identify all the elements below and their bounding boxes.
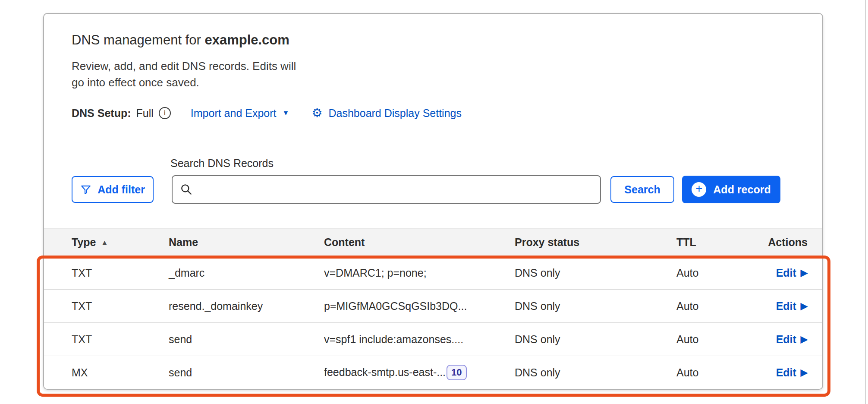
toolbar: Add filter Search + Add record [72,175,795,204]
content-text: feedback-smtp.us-east-... [324,366,446,379]
search-section: Search DNS Records Add filter Search + A… [44,157,822,204]
cell-ttl: Auto [676,300,759,312]
column-header-proxy-status[interactable]: Proxy status [515,236,676,249]
arrow-right-icon: ▶ [801,268,808,278]
column-header-name[interactable]: Name [169,236,324,249]
add-record-button[interactable]: + Add record [682,176,780,203]
cell-name: send [169,366,324,379]
content-text: p=MIGfMA0GCSqGSIb3DQ... [324,300,467,312]
type-header-label: Type [72,236,96,249]
dns-setup-label: DNS Setup: [72,107,131,120]
dashboard-display-settings-link[interactable]: ⚙Dashboard Display Settings [311,107,462,120]
edit-label: Edit [776,267,796,279]
column-header-type[interactable]: Type ▲ [72,236,169,249]
cell-type: MX [72,366,169,379]
cell-type: TXT [72,333,169,346]
page-right-edge [865,0,866,404]
dns-setup-value: Full [136,107,154,120]
filter-icon [80,184,91,195]
table-row: MX send feedback-smtp.us-east-...10 DNS … [44,356,822,389]
cell-proxy-status: DNS only [515,300,676,312]
edit-label: Edit [776,333,796,346]
column-header-actions: Actions [759,236,808,249]
arrow-right-icon: ▶ [801,334,808,344]
cell-content: feedback-smtp.us-east-...10 [324,365,515,380]
edit-record-link[interactable]: Edit▶ [776,366,808,379]
page-title-domain: example.com [204,32,289,47]
page-subtitle: Review, add, and edit DNS records. Edits… [72,58,795,91]
cell-content: p=MIGfMA0GCSqGSIb3DQ... [324,300,515,312]
cell-name: _dmarc [169,267,324,279]
dns-setup-row: DNS Setup: Full i Import and Export▼ ⚙Da… [72,105,795,121]
table-header-row: Type ▲ Name Content Proxy status TTL Act… [44,228,822,256]
import-export-label: Import and Export [191,107,277,120]
content-text: v=spf1 include:amazonses.... [324,333,463,346]
table-row: TXT send v=spf1 include:amazonses.... DN… [44,322,822,356]
search-input[interactable] [172,175,601,204]
page-title: DNS management for example.com [72,32,795,48]
search-field-wrapper [172,175,601,204]
content-text: v=DMARC1; p=none; [324,267,427,279]
mx-priority-badge: 10 [447,365,466,380]
edit-label: Edit [776,366,796,379]
cell-type: TXT [72,267,169,279]
dns-records-table: Type ▲ Name Content Proxy status TTL Act… [44,228,822,389]
add-record-label: Add record [713,183,771,196]
cell-ttl: Auto [676,366,759,379]
cell-proxy-status: DNS only [515,267,676,279]
dns-management-card: DNS management for example.com Review, a… [43,13,823,390]
page-title-prefix: DNS management for [72,32,204,47]
arrow-right-icon: ▶ [801,367,808,378]
table-row: TXT _dmarc v=DMARC1; p=none; DNS only Au… [44,256,822,289]
cell-content: v=DMARC1; p=none; [324,267,515,279]
add-filter-label: Add filter [97,183,145,196]
info-icon[interactable]: i [159,107,171,119]
cell-proxy-status: DNS only [515,366,676,379]
edit-record-link[interactable]: Edit▶ [776,333,808,346]
column-header-ttl[interactable]: TTL [676,236,759,249]
edit-label: Edit [776,300,796,312]
cell-type: TXT [72,300,169,312]
plus-icon: + [692,182,706,197]
cell-name: send [169,333,324,346]
arrow-right-icon: ▶ [801,301,808,311]
subtitle-line-2: go into effect once saved. [72,76,199,89]
search-dns-records-label: Search DNS Records [170,157,795,170]
cell-name: resend._domainkey [169,300,324,312]
edit-record-link[interactable]: Edit▶ [776,267,808,279]
search-button[interactable]: Search [610,176,674,203]
cell-proxy-status: DNS only [515,333,676,346]
import-export-link[interactable]: Import and Export▼ [191,107,289,120]
search-button-label: Search [624,183,660,196]
add-filter-button[interactable]: Add filter [72,176,154,203]
gear-icon: ⚙ [311,107,322,119]
chevron-down-icon: ▼ [283,109,289,117]
table-row: TXT resend._domainkey p=MIGfMA0GCSqGSIb3… [44,289,822,322]
cell-content: v=spf1 include:amazonses.... [324,333,515,346]
edit-record-link[interactable]: Edit▶ [776,300,808,312]
dashboard-display-settings-label: Dashboard Display Settings [328,107,462,120]
column-header-content[interactable]: Content [324,236,515,249]
sort-ascending-icon: ▲ [101,239,108,246]
cell-ttl: Auto [676,267,759,279]
cell-ttl: Auto [676,333,759,346]
subtitle-line-1: Review, add, and edit DNS records. Edits… [72,60,296,73]
